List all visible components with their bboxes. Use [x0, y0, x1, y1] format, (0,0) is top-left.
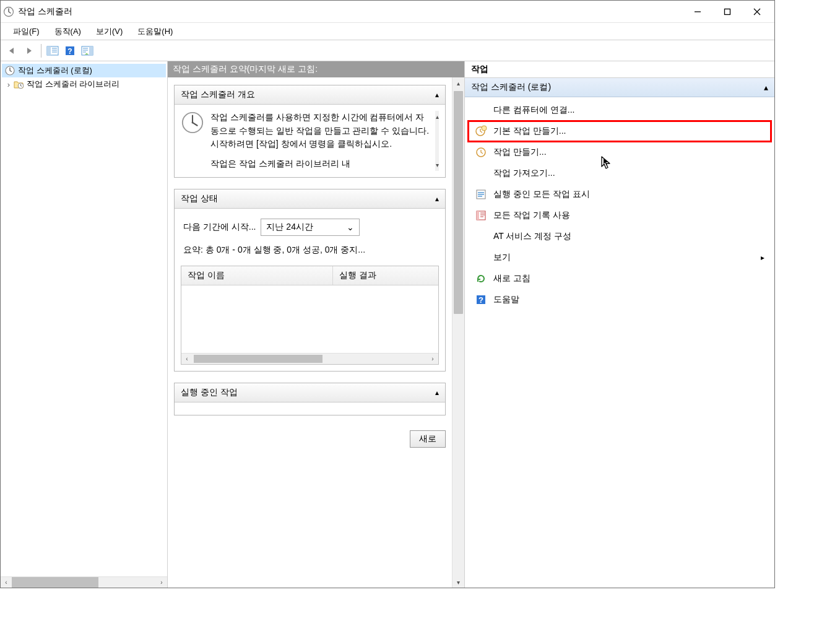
overview-header[interactable]: 작업 스케줄러 개요 ▴	[175, 85, 445, 105]
action-at-account[interactable]: AT 서비스 계정 구성	[469, 226, 771, 247]
horizontal-scrollbar[interactable]: ‹›	[181, 353, 438, 364]
action-label: 다른 컴퓨터에 연결...	[493, 105, 574, 116]
status-period-label: 다음 기간에 시작...	[183, 222, 256, 233]
list-icon	[475, 188, 487, 201]
collapse-icon: ▴	[435, 194, 439, 203]
running-header[interactable]: 실행 중인 작업 ▴	[175, 383, 445, 402]
show-hide-tree-button[interactable]	[45, 43, 61, 59]
action-create-basic-task[interactable]: 기본 작업 만들기...	[469, 121, 771, 142]
blank-icon	[475, 167, 487, 180]
column-task-result[interactable]: 실행 결과	[333, 266, 438, 285]
refresh-button[interactable]: 새로	[410, 430, 446, 448]
tree-root-label: 작업 스케줄러 (로컬)	[18, 65, 92, 76]
actions-subheader: 작업 스케줄러 (로컬) ▴	[465, 78, 774, 97]
clock-icon	[181, 111, 204, 134]
toolbar: ?	[1, 40, 774, 61]
svg-text:?: ?	[478, 295, 483, 305]
column-task-name[interactable]: 작업 이름	[181, 266, 333, 285]
clock-icon	[475, 146, 487, 159]
action-label: 새로 고침	[493, 273, 530, 284]
refresh-icon	[475, 272, 487, 285]
help-button[interactable]: ?	[62, 43, 78, 59]
overview-text: 작업 스케줄러를 사용하면 지정한 시간에 컴퓨터에서 자동으로 수행되는 일반…	[210, 111, 429, 151]
window-title: 작업 스케줄러	[18, 6, 683, 17]
tree-library-label: 작업 스케줄러 라이브러리	[27, 79, 119, 90]
actions-panel: 작업 작업 스케줄러 (로컬) ▴ 다른 컴퓨터에 연결... 기본 작업 만들…	[465, 61, 774, 588]
svg-text:?: ?	[67, 47, 72, 56]
overview-section: 작업 스케줄러 개요 ▴ 작업 스케줄러를 사용하면 지정한 시간에 컴퓨터에서…	[174, 85, 446, 178]
blank-icon	[475, 251, 487, 264]
collapse-icon: ▴	[435, 388, 439, 397]
action-label: 실행 중인 모든 작업 표시	[493, 189, 590, 200]
blank-icon	[475, 230, 487, 243]
help-icon: ?	[475, 293, 487, 306]
blank-icon	[475, 104, 487, 116]
menu-view[interactable]: 보기(V)	[89, 24, 130, 40]
status-summary-text: 요약: 총 0개 - 0개 실행 중, 0개 성공, 0개 중지...	[181, 240, 439, 261]
action-label: 모든 작업 기록 사용	[493, 210, 570, 221]
summary-header: 작업 스케줄러 요약(마지막 새로 고침:	[168, 61, 464, 77]
clock-icon	[4, 65, 15, 76]
vertical-scrollbar[interactable]: ▴▾	[435, 111, 439, 171]
folder-clock-icon	[13, 79, 24, 90]
collapse-icon: ▴	[435, 90, 439, 99]
horizontal-scrollbar[interactable]: ‹ ›	[1, 576, 167, 588]
expand-icon[interactable]: ›	[4, 80, 13, 89]
action-label: 도움말	[493, 294, 519, 305]
menubar: 파일(F) 동작(A) 보기(V) 도움말(H)	[1, 23, 774, 40]
actions-header: 작업	[465, 61, 774, 78]
vertical-scrollbar[interactable]: ▴ ▾	[452, 77, 464, 588]
task-table-body	[181, 285, 438, 353]
action-connect-computer[interactable]: 다른 컴퓨터에 연결...	[469, 100, 771, 121]
titlebar: 작업 스케줄러	[1, 1, 774, 23]
status-period-value: 지난 24시간	[266, 222, 313, 233]
menu-help[interactable]: 도움말(H)	[130, 24, 180, 40]
overview-title: 작업 스케줄러 개요	[181, 89, 255, 100]
action-enable-history[interactable]: 모든 작업 기록 사용	[469, 205, 771, 226]
action-import-task[interactable]: 작업 가져오기...	[469, 163, 771, 184]
svg-rect-3	[47, 46, 51, 55]
svg-rect-1	[725, 9, 730, 14]
summary-panel: 작업 스케줄러 요약(마지막 새로 고침: 작업 스케줄러 개요 ▴	[168, 61, 465, 588]
show-actions-button[interactable]	[79, 43, 95, 59]
action-label: AT 서비스 계정 구성	[493, 231, 571, 242]
status-section: 작업 상태 ▴ 다음 기간에 시작... 지난 24시간 ⌄	[174, 189, 446, 372]
tree-root[interactable]: 작업 스케줄러 (로컬)	[2, 64, 166, 77]
status-header[interactable]: 작업 상태 ▴	[175, 189, 445, 209]
chevron-right-icon: ▸	[761, 253, 764, 262]
action-help[interactable]: ? 도움말	[469, 289, 771, 310]
back-button[interactable]	[4, 43, 20, 59]
status-title: 작업 상태	[181, 193, 218, 204]
maximize-button[interactable]	[712, 2, 742, 22]
action-label: 기본 작업 만들기...	[493, 126, 566, 137]
running-title: 실행 중인 작업	[181, 387, 238, 398]
status-period-select[interactable]: 지난 24시간 ⌄	[261, 219, 360, 236]
toolbar-separator	[41, 44, 41, 58]
close-button[interactable]	[742, 2, 772, 22]
svg-rect-17	[477, 211, 479, 220]
action-label: 작업 만들기...	[493, 147, 547, 158]
clock-new-icon	[475, 125, 487, 137]
overview-text-2: 작업은 작업 스케줄러 라이브러리 내	[210, 157, 429, 171]
clock-icon	[3, 6, 14, 17]
action-label: 작업 가져오기...	[493, 168, 555, 179]
menu-file[interactable]: 파일(F)	[6, 24, 47, 40]
minimize-button[interactable]	[683, 2, 712, 22]
action-show-running[interactable]: 실행 중인 모든 작업 표시	[469, 184, 771, 205]
action-create-task[interactable]: 작업 만들기...	[469, 142, 771, 163]
svg-rect-7	[89, 46, 93, 55]
collapse-icon[interactable]: ▴	[764, 82, 768, 92]
svg-point-13	[482, 126, 487, 131]
history-icon	[475, 209, 487, 222]
actions-subheader-label: 작업 스케줄러 (로컬)	[471, 82, 551, 93]
tree-panel: 작업 스케줄러 (로컬) › 작업 스케줄러 라이브러리 ‹ ›	[1, 61, 168, 588]
forward-button[interactable]	[22, 43, 38, 59]
running-section: 실행 중인 작업 ▴	[174, 383, 446, 415]
action-refresh[interactable]: 새로 고침	[469, 268, 771, 289]
action-label: 보기	[493, 252, 511, 263]
tree-library[interactable]: › 작업 스케줄러 라이브러리	[2, 77, 166, 91]
task-status-table: 작업 이름 실행 결과 ‹›	[181, 266, 439, 365]
action-view[interactable]: 보기 ▸	[469, 247, 771, 268]
menu-action[interactable]: 동작(A)	[47, 24, 89, 40]
chevron-down-icon: ⌄	[347, 222, 354, 232]
